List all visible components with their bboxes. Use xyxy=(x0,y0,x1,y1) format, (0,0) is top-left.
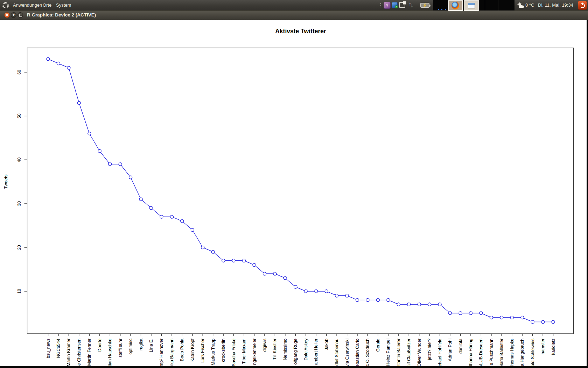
data-point xyxy=(407,303,411,306)
data-point xyxy=(459,312,462,315)
x-tick-label: c O. Szodruch xyxy=(365,339,370,366)
data-point xyxy=(232,259,235,262)
display-settings-icon[interactable] xyxy=(399,2,405,8)
data-point xyxy=(294,285,297,288)
battery-icon[interactable]: ⚡ xyxy=(420,3,429,8)
temperature-label: 8 °C xyxy=(525,0,534,11)
x-tick-label: Tibor Maxam xyxy=(241,339,246,364)
menu-orte[interactable]: Orte xyxy=(40,0,55,11)
data-point xyxy=(335,294,338,297)
data-point xyxy=(88,132,91,135)
data-point xyxy=(469,312,472,315)
data-point xyxy=(490,316,493,319)
x-tick-label: Lina E. xyxy=(149,339,154,352)
weather-icon[interactable] xyxy=(517,2,525,8)
x-tick-label: digiwis xyxy=(262,339,267,352)
x-tick-label: olfgang Ruge xyxy=(293,339,298,364)
x-tick-label: stantin Baierer xyxy=(396,339,401,367)
y-tick-label: 10 xyxy=(17,289,22,294)
window-icon xyxy=(468,3,475,8)
x-tick-label: Jakob xyxy=(324,339,329,350)
menu-system[interactable]: System xyxy=(53,0,74,11)
x-tick-label: Heinz Pampel xyxy=(386,339,391,366)
window-preview-speck xyxy=(445,9,446,10)
x-tick-label: steffi suhr xyxy=(118,339,123,357)
x-tick-label: homas Hapke xyxy=(510,339,514,366)
y-tick-label: 20 xyxy=(17,245,22,250)
window-preview-speck xyxy=(441,9,442,10)
x-tick-label: ambert Heller xyxy=(314,339,318,365)
data-point xyxy=(541,320,545,323)
x-tick-label: optimisc xyxy=(128,339,133,355)
data-point xyxy=(345,294,349,297)
firefox-window-button[interactable] xyxy=(448,0,463,11)
chart-canvas: Aktivste Twitterer102030405060Tweetsbsu_… xyxy=(0,20,587,368)
dropbox-status-badge: ✓ xyxy=(395,5,398,8)
x-tick-label: ald Schleiwies xyxy=(530,339,535,366)
data-point xyxy=(181,220,184,223)
tray-app-icon[interactable]: ✳ xyxy=(384,2,391,9)
dropbox-icon[interactable]: ✓ xyxy=(392,2,398,8)
data-point xyxy=(356,299,359,302)
x-tick-label: Martin Kramer xyxy=(66,339,71,366)
y-axis-label: Tweets xyxy=(3,174,8,189)
data-point xyxy=(428,303,431,306)
desktop: { "panel": { "menus": ["Anwendungen", "O… xyxy=(0,0,588,368)
data-point xyxy=(211,250,215,253)
clock[interactable]: Di, 11. Mai, 19:34 xyxy=(538,0,573,11)
firefox-icon xyxy=(451,2,459,9)
data-point xyxy=(387,299,390,302)
data-point xyxy=(222,259,225,262)
screen-edge-right xyxy=(587,20,588,368)
data-point xyxy=(108,163,112,166)
maximize-button[interactable] xyxy=(18,12,23,18)
data-point xyxy=(47,57,50,61)
x-tick-label: Bodo Pohla xyxy=(180,339,184,361)
data-point xyxy=(479,312,483,315)
tray-handle[interactable] xyxy=(380,3,381,7)
window-title: R Graphics: Device 2 (ACTIVE) xyxy=(27,11,96,20)
data-point xyxy=(119,163,122,166)
screen-edge-bottom xyxy=(0,366,588,368)
up-arrow-glyph: ↑ xyxy=(408,1,411,7)
plot-window-button[interactable] xyxy=(464,0,479,11)
minimize-button[interactable]: ▼ xyxy=(11,12,16,18)
x-tick-label: Nemissimo xyxy=(283,339,288,360)
x-tick-label: s Puschmann xyxy=(489,339,494,365)
x-tick-label: Gerald xyxy=(376,339,380,352)
data-point xyxy=(325,290,328,293)
x-tick-label: Sascha Fricke xyxy=(231,339,236,366)
x-tick-label: karldietz xyxy=(551,339,556,355)
window-selector xyxy=(433,0,514,11)
y-tick-label: 50 xyxy=(17,114,22,118)
data-point xyxy=(253,264,256,267)
x-tick-label: ebastian Cario xyxy=(355,339,360,367)
data-point xyxy=(170,215,173,218)
ubuntu-logo-icon[interactable] xyxy=(2,2,9,9)
x-tick-label: Till Kinstler xyxy=(272,339,277,360)
y-tick-label: 60 xyxy=(17,70,22,75)
power-button[interactable] xyxy=(578,1,587,10)
data-point xyxy=(263,272,266,275)
data-line xyxy=(48,59,553,322)
data-point xyxy=(500,316,503,319)
x-tick-label: Doerte xyxy=(97,339,102,352)
window-preview-speck xyxy=(438,9,439,10)
x-tick-label: Oliver Wunder xyxy=(417,339,422,367)
chart-title: Aktivste Twitterer xyxy=(275,28,326,35)
display-page-glyph xyxy=(403,1,406,5)
window-titlebar[interactable]: ✕ ▼ R Graphics: Device 2 (ACTIVE) xyxy=(0,11,588,20)
x-tick-label: alf Claußnitzer xyxy=(406,339,411,367)
network-traffic-icon[interactable]: ↑↓ xyxy=(408,1,412,8)
battery-nub xyxy=(429,5,430,7)
data-point xyxy=(139,198,142,201)
data-point xyxy=(201,246,204,249)
x-tick-label: via Czerwinski xyxy=(345,339,350,367)
x-tick-label: danilola xyxy=(458,339,463,354)
data-point xyxy=(150,206,153,210)
close-button[interactable]: ✕ xyxy=(4,12,10,18)
data-point xyxy=(366,299,369,302)
data-point xyxy=(67,66,70,69)
down-arrow-glyph: ↓ xyxy=(411,2,413,9)
x-tick-label: ika Bargmann xyxy=(169,339,174,366)
